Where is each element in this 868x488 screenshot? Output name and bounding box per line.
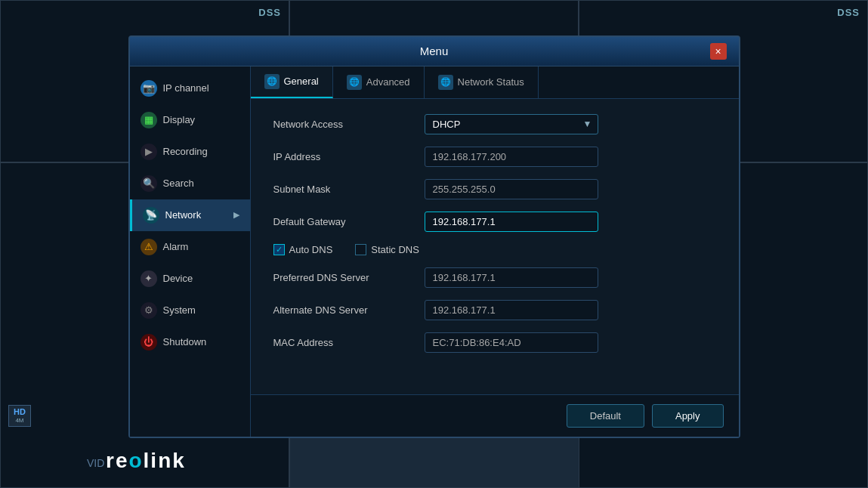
- tab-advanced-icon: 🌐: [347, 75, 362, 90]
- sidebar-item-shutdown[interactable]: ⏻ Shutdown: [130, 326, 250, 358]
- menu-dialog: Menu × 📷 IP channel ▦ Display ▶ Recordin…: [128, 36, 740, 438]
- sidebar-label-recording: Recording: [163, 146, 208, 157]
- auto-dns-group: Auto DNS: [273, 244, 333, 255]
- alternate-dns-row: Alternate DNS Server: [273, 300, 716, 320]
- default-gateway-label: Default Gateway: [273, 216, 425, 227]
- tab-network-status[interactable]: 🌐 Network Status: [425, 66, 539, 98]
- network-access-row: Network Access DHCP Static ▼: [273, 114, 716, 134]
- sidebar-label-alarm: Alarm: [163, 241, 189, 252]
- mac-address-input[interactable]: [425, 332, 598, 353]
- network-access-label: Network Access: [273, 119, 425, 130]
- default-button[interactable]: Default: [567, 404, 644, 428]
- static-dns-checkbox[interactable]: [355, 244, 366, 255]
- ip-channel-icon: 📷: [141, 80, 157, 97]
- apply-button[interactable]: Apply: [652, 404, 724, 428]
- sidebar-item-ip-channel[interactable]: 📷 IP channel: [130, 73, 250, 104]
- search-icon: 🔍: [141, 175, 157, 192]
- sidebar-item-display[interactable]: ▦ Display: [130, 104, 250, 136]
- auto-dns-checkbox[interactable]: [273, 244, 285, 255]
- network-access-select-wrapper: DHCP Static ▼: [425, 114, 598, 134]
- subnet-mask-input[interactable]: [425, 179, 598, 199]
- sidebar-label-shutdown: Shutdown: [163, 336, 207, 347]
- tab-general-icon: 🌐: [264, 74, 280, 89]
- close-button[interactable]: ×: [710, 43, 727, 60]
- subnet-mask-row: Subnet Mask: [273, 179, 716, 199]
- tab-network-status-icon: 🌐: [438, 75, 453, 90]
- ip-address-input[interactable]: [425, 147, 598, 167]
- network-arrow-icon: ▶: [233, 210, 239, 220]
- tab-advanced[interactable]: 🌐 Advanced: [333, 66, 425, 98]
- alternate-dns-label: Alternate DNS Server: [273, 304, 425, 316]
- recording-icon: ▶: [141, 144, 157, 160]
- sidebar-item-recording[interactable]: ▶ Recording: [130, 136, 250, 168]
- preferred-dns-input[interactable]: [425, 267, 598, 288]
- network-form: Network Access DHCP Static ▼ IP Address: [251, 99, 739, 394]
- subnet-mask-label: Subnet Mask: [273, 184, 425, 195]
- tab-bar: 🌐 General 🌐 Advanced 🌐 Network Status: [251, 66, 739, 99]
- sidebar-label-ip-channel: IP channel: [163, 82, 209, 94]
- device-icon: ✦: [141, 270, 157, 287]
- dns-checkbox-row: Auto DNS Static DNS: [273, 244, 716, 255]
- display-icon: ▦: [141, 112, 157, 128]
- dialog-footer: Default Apply: [251, 394, 739, 437]
- menu-titlebar: Menu ×: [130, 37, 739, 66]
- sidebar: 📷 IP channel ▦ Display ▶ Recording 🔍 Sea…: [130, 66, 251, 437]
- auto-dns-label: Auto DNS: [289, 244, 333, 255]
- sidebar-item-device[interactable]: ✦ Device: [130, 263, 250, 295]
- sidebar-item-system[interactable]: ⚙ System: [130, 295, 250, 326]
- network-access-select[interactable]: DHCP Static: [425, 114, 598, 134]
- shutdown-icon: ⏻: [141, 334, 157, 351]
- ip-address-row: IP Address: [273, 147, 716, 167]
- sidebar-label-search: Search: [163, 178, 194, 189]
- sidebar-item-network[interactable]: 📡 Network ▶: [130, 199, 250, 231]
- sidebar-label-network: Network: [165, 209, 202, 221]
- preferred-dns-label: Preferred DNS Server: [273, 272, 425, 283]
- sidebar-item-search[interactable]: 🔍 Search: [130, 168, 250, 199]
- alarm-icon: ⚠: [141, 239, 157, 255]
- tab-advanced-label: Advanced: [366, 76, 410, 88]
- menu-body: 📷 IP channel ▦ Display ▶ Recording 🔍 Sea…: [130, 66, 739, 437]
- system-icon: ⚙: [141, 302, 157, 319]
- mac-address-row: MAC Address: [273, 332, 716, 353]
- network-icon: 📡: [143, 207, 159, 224]
- alternate-dns-input[interactable]: [425, 300, 598, 320]
- default-gateway-input[interactable]: [425, 212, 598, 232]
- content-area: 🌐 General 🌐 Advanced 🌐 Network Status: [251, 66, 739, 437]
- ip-address-label: IP Address: [273, 151, 425, 162]
- sidebar-label-device: Device: [163, 273, 193, 284]
- static-dns-group: Static DNS: [355, 244, 419, 255]
- tab-general[interactable]: 🌐 General: [251, 66, 333, 98]
- sidebar-label-system: System: [163, 304, 196, 316]
- preferred-dns-row: Preferred DNS Server: [273, 267, 716, 288]
- menu-title: Menu: [159, 45, 710, 57]
- tab-general-label: General: [284, 76, 319, 87]
- static-dns-label: Static DNS: [371, 244, 419, 255]
- sidebar-item-alarm[interactable]: ⚠ Alarm: [130, 231, 250, 263]
- tab-network-status-label: Network Status: [458, 76, 524, 88]
- mac-address-label: MAC Address: [273, 337, 425, 348]
- default-gateway-row: Default Gateway: [273, 212, 716, 232]
- sidebar-label-display: Display: [163, 114, 196, 125]
- modal-overlay: Menu × 📷 IP channel ▦ Display ▶ Recordin…: [0, 0, 868, 488]
